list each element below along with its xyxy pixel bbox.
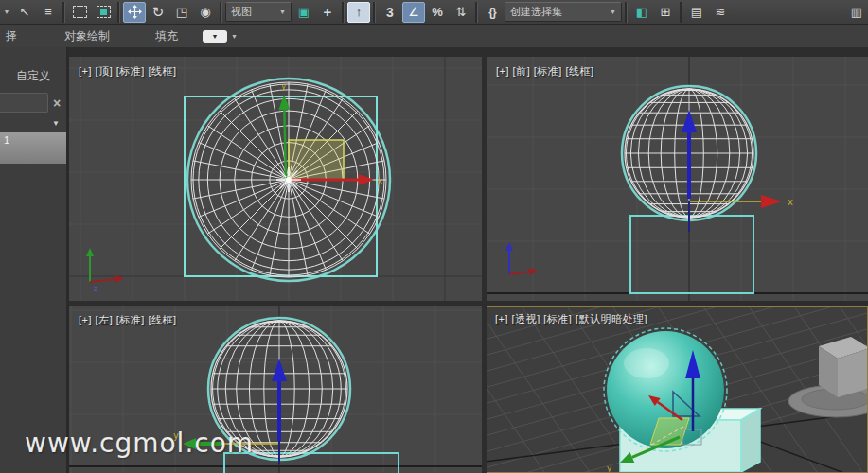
viewport-perspective-label[interactable]: [+] [透视] [标准] [默认明暗处理] xyxy=(495,312,647,326)
move-cross-icon xyxy=(128,5,142,19)
viewport-left-label[interactable]: [+] [左] [标准] [线框] xyxy=(79,313,177,327)
viewport-top-label[interactable]: [+] [顶] [标准] [线框] xyxy=(79,64,177,79)
select-and-move-icon[interactable] xyxy=(123,2,146,23)
percent-snap-toggle-icon[interactable]: % xyxy=(426,2,449,23)
window-crossing-icon[interactable] xyxy=(92,2,115,23)
toolbar-separator xyxy=(342,2,345,23)
toolbar-separator xyxy=(475,2,478,23)
left-dock-panel: 自定义 × ▼ 1 xyxy=(0,47,69,473)
tripod-z-label: z xyxy=(94,285,97,293)
main-toolbar: ▼ ↖ ≡ ↻ ◳ ◉ 视图 ▼ ▣ + ↑ 3 ∠ % ⇅ {} 创建选择集 … xyxy=(0,0,868,25)
viewport-top-canvas[interactable]: yxz xyxy=(69,57,482,301)
toolbar-separator xyxy=(220,2,222,23)
viewport-front[interactable]: [+] [前] [标准] [线框] x xyxy=(487,57,868,301)
ribbon-minimize-caret-icon[interactable]: ▼ xyxy=(231,33,238,40)
use-pivot-point-center-icon[interactable]: ▣ xyxy=(292,2,315,23)
left-panel-search-input[interactable] xyxy=(0,93,48,113)
toolbar-separator xyxy=(62,2,65,23)
box-selection-bracket xyxy=(185,96,377,276)
angle-snap-toggle-icon[interactable]: ∠ xyxy=(402,2,425,23)
align-icon[interactable]: ⊞ xyxy=(654,2,677,23)
viewport-front-label[interactable]: [+] [前] [标准] [线框] xyxy=(496,64,594,79)
ribbon-tab-row: 择 对象绘制 填充 ▼ ▼ xyxy=(0,25,868,48)
scene-explorer-icon[interactable]: ≋ xyxy=(709,2,732,23)
left-panel-search-row: × xyxy=(0,93,66,113)
select-and-rotate-icon[interactable]: ↻ xyxy=(147,2,169,23)
select-by-name-icon[interactable]: ≡ xyxy=(37,2,60,23)
gizmo-center-starburst xyxy=(276,167,301,192)
select-and-manipulate-icon[interactable]: + xyxy=(316,2,339,23)
select-and-scale-icon[interactable]: ◳ xyxy=(170,2,193,23)
axis-x-label: x xyxy=(788,197,793,207)
select-and-place-icon[interactable]: ◉ xyxy=(194,2,217,23)
spinner-snap-toggle-icon[interactable]: ⇅ xyxy=(450,2,472,23)
box-wireframe xyxy=(630,216,753,293)
toolbar-separator xyxy=(625,2,628,23)
left-panel-title: 自定义 xyxy=(0,68,66,84)
clear-icon[interactable]: × xyxy=(53,96,61,110)
axis-x-label: x xyxy=(378,176,383,185)
layer-manager-icon[interactable]: ▤ xyxy=(685,2,708,23)
viewport-top[interactable]: [+] [顶] [标准] [线框] yxz xyxy=(69,57,482,301)
tab-populate[interactable]: 填充 xyxy=(151,28,182,44)
selection-filter-dropdown-partial-icon[interactable]: ▼ xyxy=(1,2,12,23)
viewport-axis-tripod: z xyxy=(86,248,124,293)
rectangular-selection-region-icon[interactable] xyxy=(68,2,91,23)
keyboard-shortcut-override-icon[interactable]: ↑ xyxy=(347,2,370,23)
axis-y-label: y xyxy=(607,464,612,472)
toolbar-overflow-icon[interactable]: ▥ xyxy=(845,2,868,23)
toolbar-separator xyxy=(373,2,376,23)
toolbar-separator xyxy=(680,2,682,23)
axis-y-label: y xyxy=(281,81,287,91)
select-object-icon[interactable]: ↖ xyxy=(13,2,36,23)
reference-coordinate-system-dropdown[interactable]: 视图 ▼ xyxy=(225,2,292,22)
watermark-text: www.cgmol.com xyxy=(25,428,254,459)
named-selection-sets-dropdown[interactable]: 创建选择集 ▼ xyxy=(505,2,622,22)
grid-lines xyxy=(69,57,482,301)
tab-object-paint[interactable]: 对象绘制 xyxy=(61,28,114,44)
gray-cube-on-disc xyxy=(788,337,867,417)
viewport-perspective[interactable]: [+] [透视] [标准] [默认明暗处理] y xyxy=(487,306,868,473)
edit-named-selection-sets-icon[interactable]: {} xyxy=(481,2,504,23)
toolbar-separator xyxy=(117,2,120,23)
viewport-perspective-canvas[interactable]: y xyxy=(487,307,867,472)
list-item[interactable]: 1 xyxy=(0,132,66,164)
snaps-toggle-3d-icon[interactable]: 3 xyxy=(379,2,401,23)
mirror-icon[interactable]: ◧ xyxy=(630,2,653,23)
move-gizmo: x xyxy=(682,110,793,232)
ribbon-minimize-button[interactable]: ▼ xyxy=(203,30,227,43)
viewport-front-canvas[interactable]: x xyxy=(487,57,868,301)
chevron-down-icon[interactable]: ▼ xyxy=(0,119,66,128)
tab-select-partial[interactable]: 择 xyxy=(2,28,21,44)
grid-lines xyxy=(487,57,868,301)
3dsmax-window: ▼ ↖ ≡ ↻ ◳ ◉ 视图 ▼ ▣ + ↑ 3 ∠ % ⇅ {} 创建选择集 … xyxy=(0,0,868,473)
